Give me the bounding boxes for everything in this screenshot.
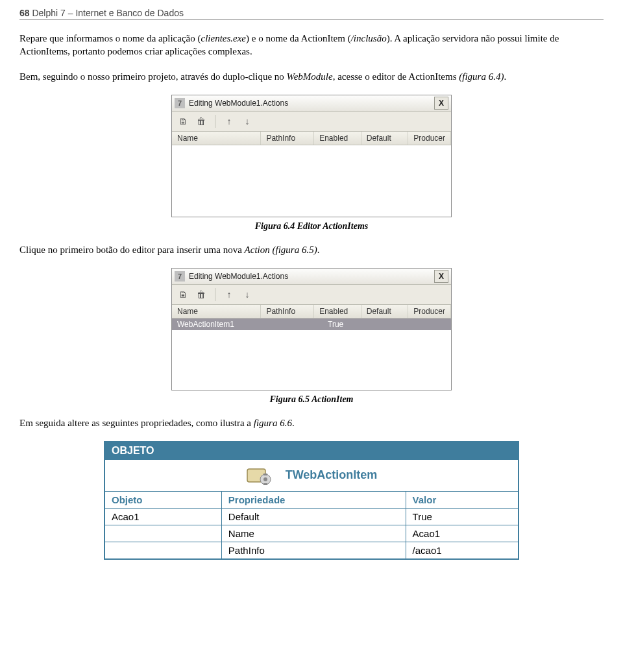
component-icon (246, 465, 273, 486)
delphi-icon: 7 (175, 271, 185, 282)
figure-6-5: 7 Editing WebModule1.Actions X 🗎 🗑 ↑ ↓ N… (19, 268, 604, 390)
cell-val: Acao1 (406, 525, 519, 542)
caption-6-4: Figura 6.4 Editor ActionItems (19, 221, 604, 232)
window-title: Editing WebModule1.Actions (189, 99, 434, 108)
grid-header: Name PathInfo Enabled Default Producer (172, 132, 451, 145)
move-up-icon[interactable]: ↑ (223, 115, 235, 127)
col-name[interactable]: Name (172, 305, 261, 318)
paragraph-1: Repare que informamos o nome da aplicaçã… (19, 32, 604, 58)
paragraph-4: Em seguida altere as seguintes proprieda… (19, 416, 604, 429)
move-down-icon[interactable]: ↓ (241, 115, 253, 127)
text: . (504, 71, 506, 82)
col-default[interactable]: Default (361, 132, 409, 145)
svg-rect-4 (263, 483, 267, 485)
add-icon[interactable]: 🗎 (177, 289, 189, 300)
delete-icon[interactable]: 🗑 (195, 289, 207, 300)
col-default[interactable]: Default (361, 305, 409, 318)
close-icon[interactable]: X (434, 270, 448, 283)
col-name[interactable]: Name (172, 132, 261, 145)
cell-obj (104, 525, 221, 542)
class-row: TWebActionItem (104, 460, 519, 492)
col-valor: Valor (406, 492, 519, 509)
col-objeto: Objeto (104, 492, 221, 509)
cell-obj (104, 542, 221, 560)
text: , acesse o editor de ActionItems (333, 71, 459, 82)
text-italic: /inclusão (351, 33, 387, 43)
text: Repare que informamos o nome da aplicaçã… (19, 33, 201, 43)
page-header: 68 Delphi 7 – Internet e Banco de Dados (19, 8, 604, 20)
separator (215, 288, 215, 301)
text: Clique no primeiro botão do editor para … (19, 245, 245, 255)
cell-pathinfo (267, 324, 323, 325)
figure-6-4: 7 Editing WebModule1.Actions X 🗎 🗑 ↑ ↓ N… (19, 95, 604, 217)
text: Bem, seguindo o nosso primeiro projeto, … (19, 71, 287, 82)
table-row: Name Acao1 (104, 525, 519, 542)
cell-prop: PathInfo (221, 542, 406, 560)
cell-producer (421, 324, 451, 325)
move-down-icon[interactable]: ↓ (241, 289, 253, 300)
separator (215, 115, 215, 128)
add-icon[interactable]: 🗎 (177, 115, 189, 127)
grid-body-empty (172, 145, 451, 217)
window-editing-actions-2: 7 Editing WebModule1.Actions X 🗎 🗑 ↑ ↓ N… (171, 268, 452, 390)
cell-obj: Acao1 (104, 509, 221, 525)
close-icon[interactable]: X (434, 97, 448, 110)
text-italic: WebModule (287, 71, 333, 82)
titlebar: 7 Editing WebModule1.Actions X (172, 95, 451, 112)
class-name: TWebActionItem (286, 468, 378, 481)
cell-default (372, 324, 421, 325)
col-pathinfo[interactable]: PathInfo (261, 132, 314, 145)
table-row: Acao1 Default True (104, 509, 519, 525)
svg-rect-3 (263, 474, 267, 475)
col-producer[interactable]: Producer (408, 132, 451, 145)
toolbar: 🗎 🗑 ↑ ↓ (172, 285, 451, 305)
window-title: Editing WebModule1.Actions (189, 272, 434, 281)
col-enabled[interactable]: Enabled (314, 305, 361, 318)
text: . (317, 245, 320, 255)
svg-point-2 (263, 477, 267, 481)
cell-prop: Default (221, 509, 406, 525)
cell-name: WebActionItem1 (172, 319, 267, 330)
titlebar: 7 Editing WebModule1.Actions X (172, 269, 451, 285)
delphi-icon: 7 (175, 98, 185, 108)
page-number: 68 (19, 8, 30, 18)
toolbar: 🗎 🗑 ↑ ↓ (172, 112, 451, 132)
paragraph-2: Bem, seguindo o nosso primeiro projeto, … (19, 70, 604, 83)
table-row: PathInfo /acao1 (104, 542, 519, 560)
grid-header: Name PathInfo Enabled Default Producer (172, 305, 451, 318)
cell-val: True (406, 509, 519, 525)
grid-row-selected[interactable]: WebActionItem1 True (172, 318, 451, 330)
grid-body: WebActionItem1 True (172, 318, 451, 390)
text-italic: clientes.exe (201, 33, 246, 43)
text-italic: figura 6.6 (254, 418, 292, 428)
col-producer[interactable]: Producer (408, 305, 451, 318)
text: ) e o nome da ActionItem ( (246, 33, 351, 43)
cell-enabled: True (323, 319, 372, 330)
col-enabled[interactable]: Enabled (314, 132, 361, 145)
window-editing-actions: 7 Editing WebModule1.Actions X 🗎 🗑 ↑ ↓ N… (171, 95, 452, 217)
cell-val: /acao1 (406, 542, 519, 560)
text-italic: Action (figura 6.5) (245, 245, 317, 255)
col-propriedade: Propriedade (221, 492, 406, 509)
paragraph-3: Clique no primeiro botão do editor para … (19, 243, 604, 256)
text-italic: (figura 6.4) (459, 71, 504, 82)
text: Em seguida altere as seguintes proprieda… (19, 418, 254, 428)
properties-table: OBJETO TWebActionItem Objeto Propriedade… (104, 441, 519, 560)
col-pathinfo[interactable]: PathInfo (261, 305, 314, 318)
table-head: OBJETO (104, 442, 519, 460)
book-title: Delphi 7 – Internet e Banco de Dados (32, 8, 184, 18)
cell-prop: Name (221, 525, 406, 542)
move-up-icon[interactable]: ↑ (223, 289, 235, 300)
text: . (292, 418, 295, 428)
caption-6-5: Figura 6.5 ActionItem (19, 394, 604, 405)
delete-icon[interactable]: 🗑 (195, 115, 207, 127)
